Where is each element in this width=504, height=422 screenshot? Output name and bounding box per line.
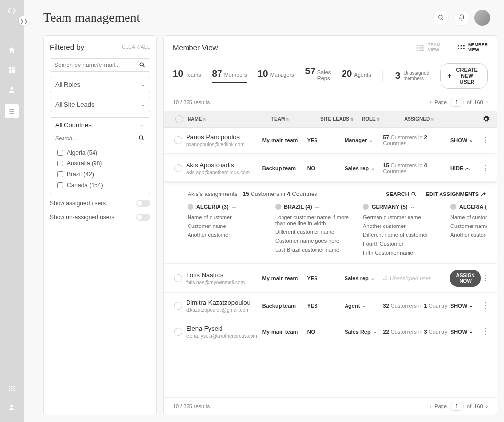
show-assigned-toggle[interactable] [136, 200, 150, 207]
member-name: Akis Apostoliadis [186, 162, 262, 169]
show-unassigned-toggle[interactable] [136, 214, 150, 221]
col-assigned[interactable]: ASSIGNED⇅ [404, 116, 478, 122]
site-leads-select[interactable]: All Site Leads ⌄ [50, 97, 150, 112]
country-checkbox[interactable] [57, 182, 63, 188]
svg-point-12 [11, 388, 13, 390]
role-cell[interactable]: Sales Rep ⌄ [345, 329, 383, 335]
pager-prev[interactable]: ‹ [430, 99, 431, 105]
role-cell[interactable]: Sales rep ⌄ [345, 165, 383, 171]
chevron-down-icon: ⌄ [141, 82, 145, 87]
page-input[interactable] [450, 402, 464, 411]
stat-sales-reps[interactable]: 57Sales Reps [305, 66, 331, 85]
svg-line-21 [143, 65, 144, 67]
assign-now-button[interactable]: ASSIGN NOW [450, 270, 480, 287]
col-name[interactable]: NAME⇅ [188, 116, 271, 122]
nav-apps[interactable] [7, 384, 17, 393]
country-group-toggle[interactable]: ALGERIA (3) ︿ [188, 203, 261, 210]
row-select[interactable] [174, 302, 182, 310]
country-checkbox[interactable] [57, 171, 63, 177]
member-view-toggle[interactable]: MEMBER VIEW [457, 43, 488, 53]
notifications-button[interactable] [454, 10, 470, 26]
stat-managers[interactable]: 10Managers [258, 68, 294, 83]
row-more-button[interactable]: ⋮ [481, 135, 490, 145]
member-view-label: MEMBER VIEW [468, 43, 488, 53]
country-item[interactable]: Algeria (54) [50, 147, 150, 158]
stat-agents[interactable]: 20Agents [342, 68, 371, 83]
table-rows: Panos Panopoulos ppanopoulos@redlink.com… [164, 128, 497, 397]
row-select[interactable] [174, 136, 182, 144]
role-cell[interactable]: Manager ⌄ [345, 137, 383, 143]
stat-unassigned[interactable]: 3Unassignedmembers [395, 70, 429, 81]
country-item[interactable]: Brazil (42) [50, 169, 150, 180]
customer-name: Fifth Customer name [363, 250, 437, 256]
hide-button[interactable]: HIDE ︿ [450, 164, 481, 172]
nav-dashboard[interactable] [7, 65, 17, 75]
page-total: 160 [474, 99, 483, 105]
country-item[interactable]: Canada (154) [50, 180, 150, 191]
country-group-toggle[interactable]: BRAZIL (4) ︿ [275, 203, 349, 210]
country-group-toggle[interactable]: ALGERIA (3) ︿ [450, 203, 487, 210]
svg-point-8 [9, 386, 10, 387]
filter-search-input[interactable] [54, 62, 139, 68]
country-group: GERMANY (5) ︿ German customer nameAnothe… [363, 203, 437, 256]
search-button[interactable] [433, 10, 449, 26]
show-button[interactable]: SHOW ⌄ [450, 328, 481, 335]
show-button[interactable]: SHOW ⌄ [450, 302, 481, 309]
chevron-down-icon: ⌄ [469, 328, 473, 335]
avatar[interactable] [474, 10, 490, 26]
row-more-button[interactable]: ⋮ [481, 327, 490, 336]
nav-home[interactable] [7, 45, 17, 55]
row-more-button[interactable]: ⋮ [481, 163, 490, 173]
country-item[interactable]: Australia (98) [50, 158, 150, 169]
col-role[interactable]: ROLE⇅ [362, 116, 404, 122]
svg-line-23 [142, 139, 144, 140]
clear-all-button[interactable]: CLEAR ALL [122, 44, 150, 50]
page-input[interactable] [450, 98, 464, 107]
countries-label: All Countries [55, 121, 92, 129]
roles-select[interactable]: All Roles ⌄ [50, 77, 150, 92]
row-more-button[interactable]: ⋮ [481, 273, 490, 283]
edit-assignments-button[interactable]: EDIT ASSIGNMENTS [426, 191, 487, 197]
pager-next[interactable]: › [486, 404, 488, 409]
pager-next[interactable]: › [486, 99, 488, 105]
row-select[interactable] [174, 164, 182, 172]
pager-prev[interactable]: ‹ [430, 404, 431, 409]
svg-rect-27 [419, 47, 424, 48]
stat-members[interactable]: 87Members [212, 68, 247, 83]
member-email: akis.apo@anothercircus.com [186, 170, 262, 175]
create-new-user-button[interactable]: + CREATE NEW USER [440, 63, 488, 89]
show-button[interactable]: SHOW ⌄ [450, 137, 481, 143]
team-view-toggle[interactable]: TEAM VIEW [416, 43, 442, 53]
svg-point-10 [13, 386, 15, 387]
role-cell[interactable]: Sales rep ⌄ [345, 275, 383, 281]
row-more-button[interactable]: ⋮ [481, 301, 490, 310]
col-site[interactable]: SITE LEADS⇅ [320, 116, 362, 122]
countries-search-input[interactable] [55, 135, 138, 141]
nav-user[interactable] [7, 85, 17, 95]
member-name: Elena Fyseki [186, 325, 262, 332]
country-group-toggle[interactable]: GERMANY (5) ︿ [363, 203, 437, 210]
select-all[interactable] [175, 115, 183, 123]
country-checkbox[interactable] [57, 161, 63, 166]
search-assignments-button[interactable]: SEARCH [386, 191, 416, 197]
member-email: fotis.nas@myownmail.com [186, 280, 262, 285]
nav-logo[interactable] [7, 6, 17, 16]
pager-top: ‹ Page of 160 › [430, 98, 488, 107]
row-select[interactable] [174, 274, 182, 282]
table-settings[interactable] [482, 115, 490, 123]
role-cell[interactable]: Agent ⌄ [345, 303, 383, 309]
col-team[interactable]: TEAM⇅ [271, 116, 320, 122]
rail-expand-button[interactable]: ❯❯ [19, 16, 29, 26]
chevron-down-icon: ⌄ [373, 329, 377, 334]
stats-row: 10Teams87Members10Managers57Sales Reps20… [164, 58, 497, 94]
country-checkbox[interactable] [57, 150, 63, 156]
page-label: Page [434, 99, 447, 105]
row-select[interactable] [174, 328, 182, 336]
table-row: Fotis Nastros fotis.nas@myownmail.com My… [164, 264, 497, 293]
country-group: BRAZIL (4) ︿ Longer customer name if mor… [275, 203, 349, 256]
pager-bottom: ‹ Page of 160 › [430, 402, 488, 411]
countries-toggle[interactable]: All Countries ︿ [50, 118, 150, 132]
nav-profile[interactable] [7, 402, 17, 412]
stat-teams[interactable]: 10Teams [173, 68, 201, 83]
nav-list[interactable] [5, 104, 19, 118]
